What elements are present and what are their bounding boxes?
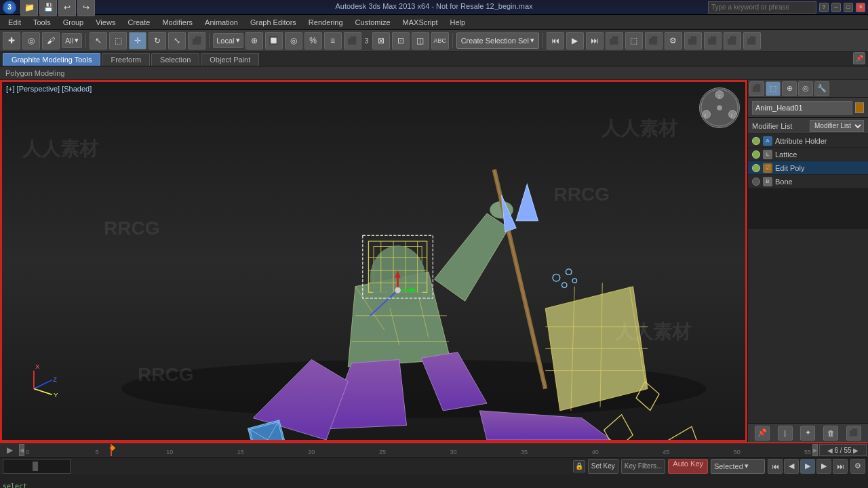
auto-key-button[interactable]: Auto Key bbox=[668, 459, 708, 474]
modifier-visibility-bulb-off[interactable] bbox=[752, 178, 760, 186]
ribbon-btn[interactable]: ◫ bbox=[412, 32, 429, 49]
modifier-lattice[interactable]: L Lattice bbox=[748, 148, 868, 161]
timeline-track[interactable]: 0 5 10 15 20 25 30 35 40 45 50 55 bbox=[24, 444, 812, 456]
modifier-attribute-holder[interactable]: A Attribute Holder bbox=[748, 134, 868, 148]
motion-panel-btn[interactable]: ◎ bbox=[798, 81, 813, 96]
make-unique-btn[interactable]: ✦ bbox=[800, 426, 815, 441]
render-setup-btn[interactable]: ⚙ bbox=[665, 32, 682, 49]
lasso-tool-btn[interactable]: ◎ bbox=[22, 32, 40, 49]
next-anim-btn[interactable]: ⏭ bbox=[586, 32, 604, 49]
next-frame-btn[interactable]: ▶ bbox=[816, 459, 831, 474]
file-save-btn[interactable]: 💾 bbox=[39, 0, 57, 16]
goto-start-btn[interactable]: ⏮ bbox=[768, 459, 783, 474]
angle-snap-btn[interactable]: ◎ bbox=[285, 32, 302, 49]
pin-stack-btn[interactable]: 📌 bbox=[755, 426, 770, 441]
key-filters-button[interactable]: Key Filters... bbox=[621, 459, 666, 474]
prev-anim-btn[interactable]: ⏮ bbox=[547, 32, 564, 49]
modifier-visibility-bulb[interactable] bbox=[752, 137, 760, 145]
file-open-btn[interactable]: 📁 bbox=[20, 0, 38, 16]
modifier-edit-poly[interactable]: ☑ Edit Poly bbox=[748, 161, 868, 175]
extra-btn3[interactable]: ⬛ bbox=[743, 32, 761, 49]
menu-help[interactable]: Help bbox=[445, 17, 471, 28]
menu-create[interactable]: Create bbox=[122, 17, 155, 28]
ruler-handle[interactable] bbox=[33, 462, 38, 471]
help-btn[interactable]: ? bbox=[819, 3, 829, 12]
title-controls[interactable]: 📁 💾 ↩ ↪ bbox=[20, 0, 95, 16]
configure-sets-btn[interactable]: ⬛ bbox=[846, 426, 861, 441]
move-btn[interactable]: ✛ bbox=[129, 32, 146, 49]
schematic-btn[interactable]: ⬛ bbox=[606, 32, 623, 49]
modifier-bone[interactable]: B Bone bbox=[748, 175, 868, 188]
menu-tools[interactable]: Tools bbox=[28, 17, 56, 28]
spinner-snap-btn[interactable]: ≡ bbox=[324, 32, 342, 49]
maximize-btn[interactable]: □ bbox=[844, 3, 853, 12]
utility-panel-btn[interactable]: 🔧 bbox=[814, 81, 829, 96]
menu-views[interactable]: Views bbox=[90, 17, 121, 28]
mirror-btn[interactable]: ⬛ bbox=[344, 32, 361, 49]
undo-btn[interactable]: ↩ bbox=[58, 0, 76, 16]
play-btn[interactable]: ▶ bbox=[800, 459, 815, 474]
extra-btn2[interactable]: ⬛ bbox=[724, 32, 741, 49]
rotate-btn[interactable]: ↻ bbox=[149, 32, 166, 49]
tab-freeform[interactable]: Freeform bbox=[102, 53, 150, 66]
align-btn[interactable]: ⊠ bbox=[372, 32, 390, 49]
create-selection-button[interactable]: Create Selection Sel ▾ bbox=[456, 33, 539, 49]
modifier-visibility-bulb[interactable] bbox=[752, 150, 760, 159]
tab-graphite[interactable]: Graphite Modeling Tools bbox=[3, 53, 100, 66]
timeline-collapse-btn[interactable]: ▶ bbox=[0, 445, 19, 455]
menu-customize[interactable]: Customize bbox=[350, 17, 396, 28]
menu-rendering[interactable]: Rendering bbox=[303, 17, 349, 28]
selected-mode-dropdown[interactable]: Selected ▾ bbox=[711, 459, 765, 474]
ribbon-pin-btn[interactable]: 📌 bbox=[853, 52, 865, 64]
time-config-btn[interactable]: ⚙ bbox=[850, 459, 865, 474]
paint-select-btn[interactable]: 🖌 bbox=[42, 32, 60, 49]
pivot-btn[interactable]: ⊕ bbox=[245, 32, 263, 49]
search-input[interactable] bbox=[708, 1, 816, 14]
modifier-dropdown[interactable]: Modifier List bbox=[810, 120, 864, 132]
render-frame-btn[interactable]: ⬛ bbox=[684, 32, 702, 49]
lock-key-icon[interactable]: 🔒 bbox=[573, 460, 585, 472]
menu-modifiers[interactable]: Modifiers bbox=[157, 17, 198, 28]
close-btn[interactable]: ✕ bbox=[856, 3, 865, 12]
viewport[interactable]: [+] [Perspective] [Shaded] 人人素材 RRCG 人人素… bbox=[0, 80, 747, 442]
viewport-nav-gizmo[interactable]: Y X Z bbox=[699, 87, 740, 128]
abc-btn[interactable]: ABC bbox=[431, 32, 449, 49]
modifier-visibility-bulb[interactable] bbox=[752, 164, 760, 172]
object-name-input[interactable] bbox=[752, 101, 852, 115]
tab-object-paint[interactable]: Object Paint bbox=[201, 53, 259, 66]
navigation-gizmo[interactable]: Y X Z bbox=[699, 87, 740, 128]
menu-edit[interactable]: Edit bbox=[3, 17, 26, 28]
goto-end-btn[interactable]: ⏭ bbox=[833, 459, 848, 474]
configure-btn[interactable]: | bbox=[778, 426, 793, 441]
menu-maxscript[interactable]: MAXScript bbox=[397, 17, 443, 28]
menu-graph-editors[interactable]: Graph Editors bbox=[245, 17, 302, 28]
select-tool-btn[interactable]: ✚ bbox=[3, 32, 20, 49]
menu-group[interactable]: Group bbox=[58, 17, 90, 28]
play-anim-btn[interactable]: ▶ bbox=[566, 32, 584, 49]
percent-snap-btn[interactable]: % bbox=[304, 32, 322, 49]
select-region-btn[interactable]: ⬚ bbox=[109, 32, 127, 49]
remove-modifier-btn[interactable]: 🗑 bbox=[823, 426, 838, 441]
layer-btn[interactable]: ⊡ bbox=[392, 32, 410, 49]
timeline-scroll-left[interactable]: ◀ bbox=[19, 444, 24, 456]
hierarchy-panel-btn[interactable]: ⊕ bbox=[782, 81, 797, 96]
snap-btn[interactable]: 🔲 bbox=[265, 32, 283, 49]
redo-btn[interactable]: ↪ bbox=[77, 0, 95, 16]
render-btn[interactable]: ⬛ bbox=[645, 32, 663, 49]
filter-dropdown[interactable]: All ▾ bbox=[62, 33, 82, 48]
scale-btn[interactable]: ⤡ bbox=[168, 32, 186, 49]
select-btn[interactable]: ↖ bbox=[90, 32, 107, 49]
prev-frame-btn[interactable]: ◀ bbox=[784, 459, 799, 474]
modify-panel-btn[interactable]: ⬚ bbox=[766, 81, 781, 96]
set-key-button[interactable]: Set Key bbox=[588, 459, 618, 474]
place-btn[interactable]: ⬛ bbox=[188, 32, 205, 49]
object-color-swatch[interactable] bbox=[855, 102, 864, 113]
tab-selection[interactable]: Selection bbox=[151, 53, 199, 66]
minimize-btn[interactable]: ─ bbox=[831, 3, 841, 12]
transform-dropdown[interactable]: Local ▾ bbox=[213, 33, 243, 48]
display-panel-btn[interactable]: ⬛ bbox=[749, 81, 764, 96]
material-btn[interactable]: ⬚ bbox=[625, 32, 643, 49]
menu-animation[interactable]: Animation bbox=[199, 17, 243, 28]
frame-counter[interactable]: ◀ 6 / 55 ▶ bbox=[819, 444, 867, 456]
timeline-scroll-right[interactable]: ▶ bbox=[812, 444, 818, 456]
